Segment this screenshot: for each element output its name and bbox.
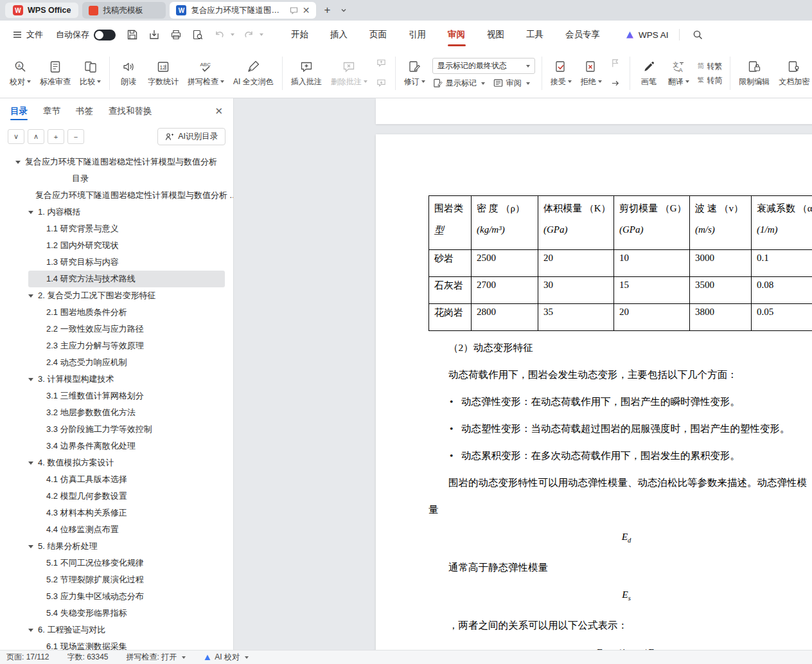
- expand-level-button[interactable]: +: [48, 129, 64, 144]
- restrict-editing-button[interactable]: 限制编辑: [734, 53, 774, 94]
- tab-close-icon[interactable]: ✕: [303, 6, 310, 15]
- outline-item[interactable]: 5.2 节理裂隙扩展演化过程: [0, 571, 233, 588]
- collapse-arrow-icon[interactable]: [28, 462, 33, 465]
- print-preview-icon[interactable]: [190, 27, 206, 42]
- undo-icon[interactable]: [212, 27, 227, 42]
- outline-item[interactable]: 复合应力环境下隧道围岩稳定性计算模型与数值分析 ...: [0, 187, 233, 204]
- word-count-button[interactable]: 12 字数统计: [143, 53, 183, 94]
- collapse-arrow-icon[interactable]: [28, 378, 33, 381]
- collapse-arrow-icon[interactable]: [15, 161, 21, 164]
- outline-item[interactable]: 5.3 应力集中区域动态分布: [0, 588, 233, 605]
- previous-revision-button[interactable]: [608, 56, 624, 71]
- document-encrypt-button[interactable]: 文档加密: [774, 53, 812, 94]
- proofread-button[interactable]: A 校对: [5, 53, 35, 94]
- next-comment-button[interactable]: [374, 76, 389, 91]
- outline-item[interactable]: 4.4 位移监测点布置: [0, 521, 233, 538]
- word-count-indicator[interactable]: 字数: 63345: [67, 652, 108, 663]
- outline-item[interactable]: 1.4 研究方法与技术路线: [28, 271, 225, 287]
- reject-revision-button[interactable]: 拒绝: [576, 53, 606, 94]
- outline-item[interactable]: 1.1 研究背景与意义: [0, 220, 233, 237]
- ai-proofread-status[interactable]: AI 校对: [204, 652, 249, 663]
- next-revision-button[interactable]: [608, 76, 624, 91]
- read-aloud-button[interactable]: 朗读: [114, 53, 143, 94]
- insert-comment-button[interactable]: 插入批注: [287, 53, 326, 94]
- menu-tab-2[interactable]: 插入: [319, 21, 358, 49]
- translate-button[interactable]: 文A 翻译: [664, 53, 694, 94]
- menu-tab-6[interactable]: 视图: [476, 21, 515, 49]
- outline-item[interactable]: 3.3 分阶段施工力学等效控制: [0, 421, 233, 438]
- ai-polish-button[interactable]: AI 全文润色: [229, 53, 278, 94]
- collapse-level-button[interactable]: −: [67, 129, 84, 144]
- outline-item[interactable]: 复合应力环境下隧道围岩稳定性计算模型与数值分析: [0, 154, 233, 170]
- wps-ai-button[interactable]: WPS AI: [625, 30, 669, 40]
- print-icon[interactable]: [168, 27, 184, 42]
- undo-chevron-icon[interactable]: [231, 33, 234, 36]
- accept-revision-button[interactable]: 接受: [546, 53, 576, 94]
- page-indicator[interactable]: 页面: 17/112: [6, 652, 49, 663]
- spell-check-status[interactable]: 拼写检查: 打开: [127, 652, 186, 663]
- tab-template-doc[interactable]: 找稿壳模板: [82, 2, 166, 19]
- outline-item[interactable]: 4.3 材料本构关系修正: [0, 505, 233, 521]
- outline-item[interactable]: 5.4 失稳变形临界指标: [0, 605, 233, 622]
- tab-active-doc[interactable]: W 复合应力环境下隧道围岩稳定 ✕: [170, 2, 316, 19]
- outline-item[interactable]: 4.1 仿真工具版本选择: [0, 471, 233, 488]
- file-menu-button[interactable]: 文件: [8, 29, 48, 40]
- outline-item[interactable]: 3. 计算模型构建技术: [0, 371, 233, 388]
- spell-check-button[interactable]: ABC 拼写检查: [183, 53, 229, 94]
- traditional-to-simplified-button[interactable]: 繁 转简: [698, 75, 723, 86]
- outline-item[interactable]: 2.2 一致性效应与应力路径: [0, 321, 233, 337]
- collapse-arrow-icon[interactable]: [28, 629, 33, 632]
- ai-recognize-outline-button[interactable]: AI识别目录: [157, 128, 225, 145]
- sidebar-tab-2[interactable]: 章节: [43, 98, 60, 124]
- outline-item[interactable]: 目录: [0, 170, 233, 187]
- outline-item[interactable]: 5.1 不同工况位移变化规律: [0, 555, 233, 571]
- review-pane-button[interactable]: 审阅: [493, 78, 530, 89]
- outline-item[interactable]: 5. 结果分析处理: [0, 538, 233, 555]
- outline-item[interactable]: 1.3 研究目标与内容: [0, 254, 233, 271]
- compare-button[interactable]: 比较: [75, 53, 105, 94]
- markup-state-select[interactable]: 显示标记的最终状态: [432, 58, 535, 74]
- pen-button[interactable]: 画笔: [634, 53, 664, 94]
- sidebar-tab-1[interactable]: 目录: [10, 98, 28, 124]
- standard-review-button[interactable]: 标准审查: [35, 53, 75, 94]
- outline-item[interactable]: 2.3 主应力分解与等效原理: [0, 337, 233, 354]
- sidebar-tab-4[interactable]: 查找和替换: [109, 98, 152, 124]
- delete-comment-button[interactable]: 删除批注: [326, 53, 372, 94]
- sidebar-tab-3[interactable]: 书签: [76, 98, 93, 124]
- tab-list-chevron-icon[interactable]: [338, 7, 349, 13]
- outline-item[interactable]: 1. 内容概括: [0, 204, 233, 220]
- show-markup-button[interactable]: 显示标记: [432, 78, 485, 89]
- menu-tab-4[interactable]: 引用: [398, 21, 437, 49]
- outline-item[interactable]: 4.2 模型几何参数设置: [0, 488, 233, 505]
- collapse-all-button[interactable]: ∨: [8, 129, 24, 144]
- save-icon[interactable]: [125, 27, 140, 42]
- simplified-to-traditional-button[interactable]: 简 转繁: [698, 61, 723, 72]
- outline-item[interactable]: 3.4 边界条件离散化处理: [0, 438, 233, 454]
- search-icon[interactable]: [690, 27, 705, 42]
- outline-item[interactable]: 6. 工程验证与对比: [0, 622, 233, 638]
- outline-item[interactable]: 3.2 地层参数数值化方法: [0, 404, 233, 421]
- outline-item[interactable]: 2.4 动态受力响应机制: [0, 354, 233, 371]
- tab-comment-icon[interactable]: [290, 6, 298, 15]
- outline-item[interactable]: 1.2 国内外研究现状: [0, 237, 233, 254]
- previous-comment-button[interactable]: [374, 56, 389, 71]
- outline-item[interactable]: 2. 复合受力工况下围岩变形特征: [0, 287, 233, 304]
- outline-item[interactable]: 4. 数值模拟方案设计: [0, 454, 233, 471]
- menu-tab-1[interactable]: 开始: [280, 21, 319, 49]
- expand-all-button[interactable]: ∧: [28, 129, 44, 144]
- redo-icon[interactable]: [241, 27, 256, 42]
- redo-chevron-icon[interactable]: [260, 33, 263, 36]
- menu-tab-8[interactable]: 会员专享: [554, 21, 611, 49]
- menu-tab-5[interactable]: 审阅: [437, 21, 476, 49]
- sidebar-close-icon[interactable]: ✕: [215, 105, 223, 117]
- outline-item[interactable]: 6.1 现场监测数据采集: [0, 638, 233, 650]
- export-icon[interactable]: [146, 27, 162, 42]
- track-changes-button[interactable]: 修订: [400, 53, 430, 94]
- document-page[interactable]: 围岩类型密 度 （ρ）(kg/m³)体积模量 （K）(GPa)剪切模量 （G）(…: [376, 134, 812, 650]
- collapse-arrow-icon[interactable]: [28, 294, 33, 298]
- outline-item[interactable]: 2.1 围岩地质条件分析: [0, 304, 233, 321]
- autosave-toggle[interactable]: [94, 30, 116, 40]
- document-area[interactable]: 围岩类型密 度 （ρ）(kg/m³)体积模量 （K）(GPa)剪切模量 （G）(…: [234, 98, 812, 650]
- new-tab-button[interactable]: +: [320, 4, 334, 17]
- collapse-arrow-icon[interactable]: [28, 545, 33, 548]
